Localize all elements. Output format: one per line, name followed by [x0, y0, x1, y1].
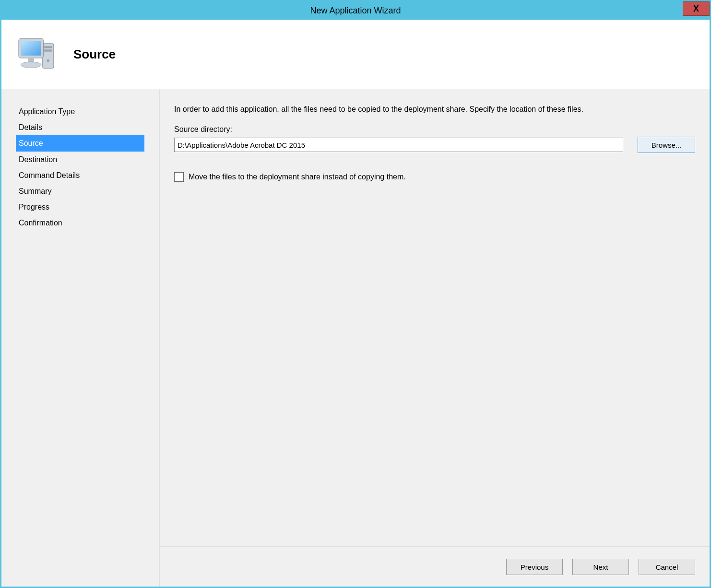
computer-icon — [16, 35, 59, 73]
wizard-main: In order to add this application, all th… — [160, 89, 710, 587]
svg-rect-1 — [44, 46, 52, 48]
nav-label: Application Type — [19, 107, 75, 116]
nav-label: Destination — [19, 155, 57, 164]
wizard-footer: Previous Next Cancel — [160, 547, 710, 587]
move-files-label: Move the files to the deployment share i… — [189, 173, 406, 181]
description-text: In order to add this application, all th… — [174, 104, 695, 115]
nav-confirmation[interactable]: Confirmation — [16, 215, 144, 231]
nav-command-details[interactable]: Command Details — [16, 167, 144, 183]
nav-label: Source — [19, 139, 43, 147]
nav-label: Summary — [19, 187, 51, 195]
next-button[interactable]: Next — [572, 559, 629, 575]
svg-point-8 — [21, 62, 41, 68]
nav-details[interactable]: Details — [16, 119, 144, 135]
content-panel: In order to add this application, all th… — [160, 89, 710, 547]
browse-button[interactable]: Browse... — [638, 137, 695, 153]
nav-label: Confirmation — [19, 219, 62, 227]
nav-label: Details — [19, 123, 42, 131]
wizard-sidebar: Application Type Details Source Destinat… — [1, 89, 160, 587]
close-icon: X — [693, 4, 699, 14]
move-files-option[interactable]: Move the files to the deployment share i… — [174, 172, 695, 182]
nav-label: Command Details — [19, 171, 80, 179]
wizard-window: New Application Wizard X — [0, 0, 711, 588]
cancel-button[interactable]: Cancel — [639, 559, 695, 575]
page-title: Source — [73, 47, 116, 62]
nav-summary[interactable]: Summary — [16, 183, 144, 199]
wizard-header: Source — [1, 20, 710, 89]
nav-application-type[interactable]: Application Type — [16, 104, 144, 119]
window-title: New Application Wizard — [310, 6, 401, 16]
wizard-body: Application Type Details Source Destinat… — [1, 89, 710, 587]
svg-rect-6 — [21, 41, 41, 55]
svg-rect-7 — [28, 58, 34, 62]
titlebar: New Application Wizard X — [1, 1, 710, 20]
nav-label: Progress — [19, 203, 49, 211]
nav-progress[interactable]: Progress — [16, 199, 144, 215]
move-files-checkbox[interactable] — [174, 172, 184, 182]
close-button[interactable]: X — [683, 1, 710, 16]
nav-destination[interactable]: Destination — [16, 152, 144, 167]
previous-button[interactable]: Previous — [506, 559, 563, 575]
nav-source[interactable]: Source — [16, 135, 144, 151]
svg-rect-2 — [44, 49, 52, 51]
source-directory-input[interactable] — [174, 138, 623, 152]
source-directory-row: Browse... — [174, 137, 695, 153]
svg-point-3 — [47, 59, 49, 62]
source-directory-label: Source directory: — [174, 125, 695, 134]
